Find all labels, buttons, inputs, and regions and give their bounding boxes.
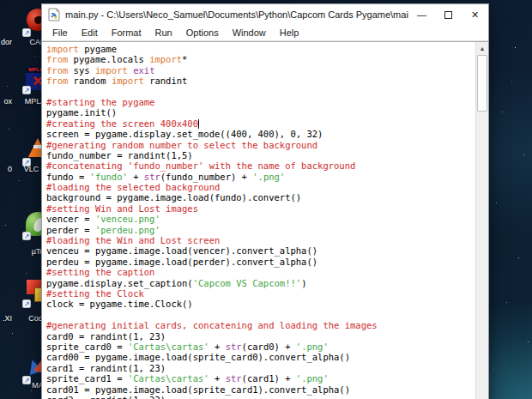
code-segment: str: [226, 373, 242, 384]
code-segment: (card1) +: [242, 373, 296, 384]
edge-icon-label: dor: [0, 38, 12, 46]
code-line: #generating initial cards, concatening a…: [46, 320, 475, 330]
vertical-scrollbar[interactable]: ▲: [475, 42, 488, 399]
code-segment: background = pygame.image.load(fundo).co…: [46, 192, 301, 203]
code-line: card00 = pygame.image.load(sprite_card0)…: [46, 352, 475, 362]
code-segment: import: [95, 65, 128, 76]
code-line: #setting the caption: [46, 267, 475, 277]
menu-item-edit[interactable]: Edit: [75, 27, 105, 38]
code-segment: import: [149, 54, 182, 64]
code-line: perdeu = pygame.image.load(perder).conve…: [46, 257, 475, 267]
code-segment: sprite_card0 =: [46, 342, 128, 352]
code-line: vencer = 'venceu.png': [46, 214, 475, 224]
code-line: card2 = randint(1, 23): [46, 395, 475, 399]
close-icon: ✕: [471, 9, 479, 21]
code-segment: card0 = randint(1, 23): [46, 331, 166, 342]
maximize-button[interactable]: [435, 4, 462, 25]
code-segment: screen = pygame.display.set_mode((400, 4…: [46, 129, 323, 139]
code-segment: #concatenating 'fundo_number' with the n…: [46, 160, 355, 171]
code-line: pygame.init(): [46, 107, 475, 118]
code-segment: import: [112, 76, 144, 86]
shortcut-arrow-icon: [22, 232, 31, 240]
code-segment: 'Capcom VS Capcom!!': [193, 278, 301, 288]
code-segment: 'Cartas\cartas': [128, 342, 209, 352]
menu-bar: FileEditFormatRunOptionsWindowHelp: [42, 25, 488, 41]
code-line: #creating the screen 400x400: [46, 118, 475, 129]
code-line: #starting the pygame: [46, 97, 475, 107]
code-segment: #starting the pygame: [46, 97, 154, 107]
code-line: #generating random number to select the …: [46, 140, 475, 150]
scrollbar-thumb[interactable]: [477, 55, 487, 112]
code-segment: +: [209, 373, 226, 384]
title-bar[interactable]: main.py - C:\Users\Neco_Samuel\Documents…: [42, 4, 488, 25]
menu-item-help[interactable]: Help: [273, 27, 306, 38]
code-segment: #loading the Win and Lost screen: [46, 235, 220, 245]
code-segment: 'venceu.png': [95, 214, 160, 224]
code-line: sprite_card0 = 'Cartas\cartas' + str(car…: [46, 342, 475, 352]
minimize-icon: —: [417, 9, 426, 20]
code-line: fundo_number = randint(1,5): [46, 150, 475, 160]
scrollbar-up-button[interactable]: ▲: [476, 42, 488, 54]
menu-item-run[interactable]: Run: [148, 27, 179, 38]
code-segment: #setting Win and Lost images: [46, 203, 198, 214]
code-segment: +: [209, 342, 226, 352]
idle-editor-window: main.py - C:\Users\Neco_Samuel\Documents…: [41, 3, 489, 399]
shortcut-arrow-icon: [22, 86, 31, 94]
code-line: fundo = 'fundo' + str(fundo_number) + '.…: [46, 172, 475, 182]
code-line: #loading the selected background: [46, 182, 475, 192]
minimize-button[interactable]: —: [408, 4, 435, 25]
code-segment: #setting the caption: [46, 267, 154, 277]
close-button[interactable]: ✕: [462, 4, 488, 25]
code-segment: str: [226, 342, 242, 352]
code-line: perder = 'perdeu.png': [46, 225, 475, 235]
code-line: #setting Win and Lost images: [46, 203, 475, 214]
code-segment: '.png': [296, 373, 329, 384]
code-line: background = pygame.image.load(fundo).co…: [46, 192, 475, 203]
code-segment: from: [46, 65, 68, 76]
idle-file-icon: [48, 8, 60, 21]
editor-area: import pygamefrom pygame.locals import*f…: [42, 41, 488, 399]
code-segment: card00 = pygame.image.load(sprite_card0)…: [46, 352, 350, 362]
menu-item-file[interactable]: File: [45, 27, 75, 38]
code-segment: perdeu = pygame.image.load(perder).conve…: [46, 257, 317, 267]
code-segment: '.png': [296, 342, 329, 352]
code-segment: ): [301, 278, 306, 288]
code-line: #loading the Win and Lost screen: [46, 235, 475, 245]
menu-item-options[interactable]: Options: [179, 27, 226, 38]
code-segment: vencer =: [46, 214, 95, 224]
code-line: #concatenating 'fundo_number' with the n…: [46, 160, 475, 171]
shortcut-arrow-icon: [22, 28, 31, 37]
menu-item-window[interactable]: Window: [226, 27, 273, 38]
edge-icon-label: ox: [0, 97, 12, 106]
code-segment: 'Cartas\cartas': [128, 373, 209, 384]
code-segment: fundo =: [46, 172, 90, 182]
code-line: card01 = pygame.image.load(sprite_card1)…: [46, 384, 475, 395]
code-segment: import: [46, 44, 79, 54]
window-title: main.py - C:\Users\Neco_Samuel\Documents…: [65, 9, 408, 20]
code-line: clock = pygame.time.Clock(): [46, 299, 475, 309]
code-line: pygame.display.set_caption('Capcom VS Ca…: [46, 278, 475, 288]
code-segment: sprite_card1 =: [46, 373, 128, 384]
code-line: [46, 310, 475, 320]
code-line: venceu = pygame.image.load(vencer).conve…: [46, 245, 475, 256]
scroll-up-arrow-icon: ▲: [480, 45, 486, 51]
code-segment: exit: [133, 65, 154, 76]
code-segment: card2 = randint(1, 23): [46, 395, 166, 399]
code-segment: card1 = randint(1, 23): [46, 363, 166, 373]
code-segment: #generating initial cards, concatening a…: [46, 320, 378, 330]
menu-item-format[interactable]: Format: [105, 27, 148, 38]
code-segment: 'fundo': [90, 172, 128, 182]
code-segment: from: [46, 54, 68, 64]
code-segment: pygame.init(): [46, 107, 117, 118]
code-segment: *: [182, 54, 187, 64]
code-segment: card01 = pygame.image.load(sprite_card1)…: [46, 384, 350, 395]
code-area[interactable]: import pygamefrom pygame.locals import*f…: [42, 42, 475, 399]
code-segment: 'perdeu.png': [95, 225, 160, 235]
code-segment: from: [46, 76, 68, 86]
star-field: [0, 0, 1, 1]
window-controls: — ✕: [408, 4, 488, 25]
code-segment: #setting the Clock: [46, 288, 144, 299]
code-segment: sys: [68, 65, 95, 76]
edge-icon-label: XI.: [0, 314, 12, 323]
code-segment: pygame.locals: [68, 54, 149, 64]
